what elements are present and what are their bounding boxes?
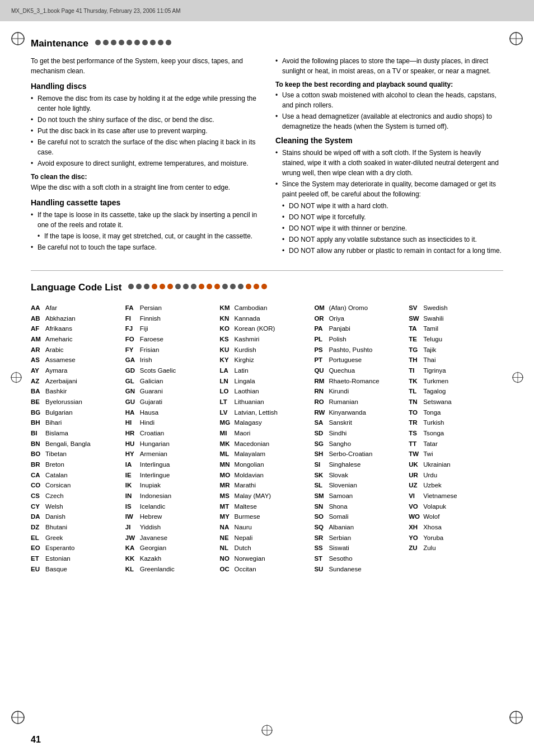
lang-entry-sk: SKSlovak (314, 471, 409, 480)
lang-code-fo: FO (125, 335, 138, 344)
lang-code-ln: LN (220, 377, 232, 386)
lang-code-mg: MG (220, 418, 232, 428)
lang-entry-ts: TSTsonga (409, 429, 503, 438)
lang-code-ss: SS (314, 543, 326, 553)
disc-bullet-4: Be careful not to scratch the surface of… (31, 137, 259, 157)
lang-code-ji: JI (125, 523, 138, 532)
lang-name-cy: Welsh (45, 502, 125, 511)
lang-entry-vi: VIVietnamese (409, 491, 503, 501)
lang-name-af: Afrikaans (45, 324, 125, 334)
lang-name-lt: Lithuanian (235, 397, 315, 407)
lang-code-eu: EU (31, 565, 43, 574)
lang-code-xh: XH (409, 523, 421, 532)
lang-code-mr: MR (220, 481, 232, 490)
lang-entry-be: BEByelorussian (31, 397, 125, 407)
lang-name-ur: Urdu (423, 471, 503, 480)
lang-name-is: Icelandic (140, 502, 220, 511)
lang-code-tg: TG (409, 345, 421, 355)
lang-code-hu: HU (125, 439, 138, 449)
lang-entry-sw: SWSwahili (409, 314, 503, 323)
lang-entry-mi: MIMaori (220, 429, 315, 438)
dot-4 (119, 40, 124, 45)
lang-entry-kn: KNKannada (220, 314, 315, 323)
dot-8 (150, 40, 156, 45)
maintenance-col-right: Avoid the following places to store the … (275, 56, 503, 260)
lang-name-be: Byelorussian (45, 397, 125, 407)
corner-mark-bl (10, 710, 26, 725)
lang-entry-br: BRBreton (31, 460, 125, 469)
lang-name-uz: Uzbek (423, 481, 503, 490)
lang-entry-ka: KAGeorgian (125, 543, 220, 553)
lang-entry-pt: PTPortuguese (314, 355, 409, 365)
lang-code-sr: SR (314, 533, 326, 543)
lang-name-si: Singhalese (329, 460, 409, 469)
lang-code-ha: HA (125, 408, 138, 417)
lang-entry-hi: HIHindi (125, 418, 220, 428)
lang-code-zu: ZU (409, 543, 421, 553)
lang-name-ba: Bashkir (45, 387, 125, 396)
lang-entry-ps: PSPashto, Pushto (314, 345, 409, 355)
lang-name-kn: Kannada (235, 314, 315, 323)
lang-entry-gl: GLGalician (125, 377, 220, 386)
bottom-center-mark (261, 724, 273, 738)
lang-grid: AAAfarABAbkhazianAFAfrikaansAMAmeharicAR… (31, 303, 503, 575)
lang-code-ro: RO (314, 397, 326, 407)
lang-name-th: Thai (423, 355, 503, 365)
lang-entry-ab: ABAbkhazian (31, 314, 125, 323)
lang-entry-iw: IWHebrew (125, 512, 220, 522)
disc-bullet-2: Do not touch the shiny surface of the di… (31, 115, 259, 125)
lang-code-vi: VI (409, 491, 421, 501)
lang-code-mi: MI (220, 429, 232, 438)
lang-code-gl: GL (125, 377, 138, 386)
lang-name-sv: Swedish (423, 303, 503, 313)
lang-entry-lv: LVLatvian, Lettish (220, 408, 315, 417)
lang-code-tn: TN (409, 397, 421, 407)
lang-code-hr: HR (125, 429, 138, 438)
lang-code-mn: MN (220, 460, 232, 469)
lang-entry-ha: HAHausa (125, 408, 220, 417)
lang-code-fy: FY (125, 345, 138, 355)
lang-name-uk: Ukrainian (423, 460, 503, 469)
tape-bullet-2: Be careful not to touch the tape surface… (31, 242, 259, 252)
lang-code-ia: IA (125, 460, 138, 469)
handling-tapes-list: If the tape is loose in its cassette, ta… (31, 210, 259, 252)
lang-col-4: SVSwedishSWSwahiliTATamilTETeluguTGTajik… (409, 303, 503, 575)
lang-name-gd: Scots Gaelic (140, 366, 220, 375)
lang-code-la: LA (220, 366, 232, 375)
corner-mark-tr (508, 31, 524, 46)
lang-name-cs: Czech (45, 491, 125, 501)
lang-entry-te: TETelugu (409, 335, 503, 344)
lang-name-hr: Croatian (140, 429, 220, 438)
lang-code-th: TH (409, 355, 421, 365)
clean-dash-2: DO NOT wipe it forcefully. (282, 212, 503, 222)
lang-name-tg: Tajik (423, 345, 503, 355)
maintenance-two-col: To get the best performance of the Syste… (31, 56, 503, 260)
lang-name-bo: Tibetan (45, 449, 125, 459)
lang-code-qu: QU (314, 366, 326, 375)
lang-name-sk: Slovak (329, 471, 409, 480)
lang-entry-af: AFAfrikaans (31, 324, 125, 334)
lang-code-mo: MO (220, 471, 232, 480)
lang-code-as: AS (31, 355, 43, 365)
lang-name-ln: Lingala (235, 377, 315, 386)
lang-entry-ml: MLMalayalam (220, 449, 315, 459)
lang-code-ta: TA (409, 324, 421, 334)
lang-code-jw: JW (125, 533, 138, 543)
lang-code-am: AM (31, 335, 43, 344)
lang-entry-rw: RWKinyarwanda (314, 408, 409, 417)
avoid-list: Avoid the following places to store the … (275, 56, 503, 76)
lang-entry-sd: SDSindhi (314, 429, 409, 438)
lang-entry-ky: KYKirghiz (220, 355, 315, 365)
lang-name-bh: Bihari (45, 418, 125, 428)
lang-entry-tg: TGTajik (409, 345, 503, 355)
lang-name-tr: Turkish (423, 418, 503, 428)
best-rec-bullet-1: Use a cotton swab moistened with alcohol… (275, 90, 503, 110)
lang-entry-mo: MOMoldavian (220, 471, 315, 480)
lang-name-ta: Tamil (423, 324, 503, 334)
lang-name-et: Estonian (45, 554, 125, 564)
maintenance-title-row: Maintenance (31, 32, 503, 53)
lang-entry-ks: KSKashmiri (220, 335, 315, 344)
lang-code-iw: IW (125, 512, 138, 522)
lang-entry-sn: SNShona (314, 502, 409, 511)
lang-code-tr: TR (409, 418, 421, 428)
